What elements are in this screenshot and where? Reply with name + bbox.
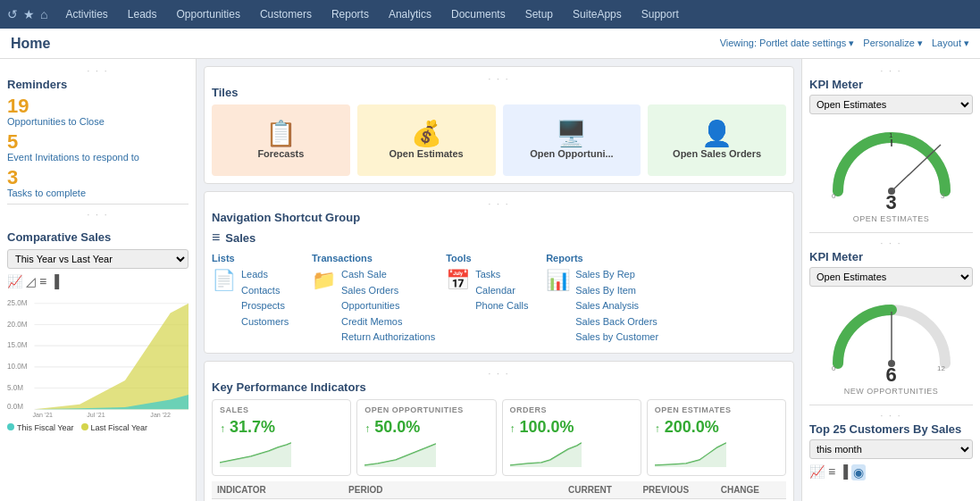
line-chart-icon[interactable]: 📈 xyxy=(7,274,22,288)
kpi-meter-2-gauge: 0 12 6 NEW OPPORTUNITIES xyxy=(809,292,973,396)
link-leads[interactable]: Leads xyxy=(241,267,289,283)
nav-opportunities[interactable]: Opportunities xyxy=(168,4,249,24)
kpi-meter-2-select[interactable]: Open Estimates New Opportunities xyxy=(809,267,973,287)
tile-open-sales-orders[interactable]: 👤 Open Sales Orders xyxy=(648,104,786,176)
personalize-button[interactable]: Personalize ▾ xyxy=(863,38,923,49)
top25-select[interactable]: this month last month this quarter xyxy=(809,439,973,459)
link-calendar[interactable]: Calendar xyxy=(475,283,528,299)
kpi-card-open-opp: OPEN OPPORTUNITIES ↑ 50.0% xyxy=(356,399,496,476)
lists-icon: 📄 xyxy=(212,269,236,292)
link-sales-analysis[interactable]: Sales Analysis xyxy=(575,298,658,314)
kpi-open-est-value: ↑ 200.0% xyxy=(655,418,778,437)
svg-line-25 xyxy=(892,145,941,191)
kpi-orders-arrow: ↑ xyxy=(510,422,515,435)
nav-activities[interactable]: Activities xyxy=(56,4,116,24)
link-sales-orders[interactable]: Sales Orders xyxy=(341,283,435,299)
kpi-meter-1-select[interactable]: Open Estimates New Opportunities xyxy=(809,95,973,114)
kpi-meter-1-title: KPI Meter xyxy=(809,78,973,91)
bar-icon[interactable]: ≡ xyxy=(39,274,46,288)
reports-icon: 📊 xyxy=(546,269,570,292)
nav-analytics[interactable]: Analytics xyxy=(380,4,440,24)
link-prospects[interactable]: Prospects xyxy=(241,298,289,314)
favorites-icon[interactable]: ★ xyxy=(23,7,35,21)
legend-last-year: Last Fiscal Year xyxy=(81,422,148,432)
nav-shortcut-menu-icon: ≡ xyxy=(212,230,220,246)
layout-button[interactable]: Layout ▾ xyxy=(932,38,969,49)
top25-column-icon[interactable]: ▐ xyxy=(839,464,848,480)
kpi-sales-arrow: ↑ xyxy=(220,422,225,435)
top25-drag-handle[interactable]: · · · xyxy=(809,411,973,421)
tiles-grid: 📋 Forecasts 💰 Open Estimates 🖥️ Open Opp… xyxy=(212,104,786,176)
kpi-drag-handle[interactable]: · · · xyxy=(212,369,786,379)
legend-this-year: This Fiscal Year xyxy=(7,422,74,432)
tiles-drag-handle[interactable]: · · · xyxy=(212,74,786,84)
tiles-title: Tiles xyxy=(212,86,786,99)
reports-col-title: Reports xyxy=(546,253,658,263)
home-icon[interactable]: ⌂ xyxy=(40,7,47,21)
link-contacts[interactable]: Contacts xyxy=(241,283,289,299)
nav-shortcut-header: ≡ Sales xyxy=(212,230,786,246)
link-cash-sale[interactable]: Cash Sale xyxy=(341,267,435,283)
nav-col-lists: Lists 📄 Leads Contacts Prospects Custome… xyxy=(212,253,301,346)
tile-open-opportunities[interactable]: 🖥️ Open Opportuni... xyxy=(503,104,641,176)
svg-text:Jul '21: Jul '21 xyxy=(87,411,105,419)
reminder-tasks-label[interactable]: Tasks to complete xyxy=(7,188,188,198)
reminder-events: 5 Event Invitations to respond to xyxy=(7,132,188,163)
tile-forecasts[interactable]: 📋 Forecasts xyxy=(212,104,350,176)
nav-documents[interactable]: Documents xyxy=(442,4,515,24)
comparative-sales-dropdown[interactable]: This Year vs Last Year This Quarter vs L… xyxy=(7,249,188,269)
kpi-table-header-current: CURRENT xyxy=(563,481,637,499)
kpi-orders-value: ↑ 100.0% xyxy=(510,418,633,437)
comparative-sales-section: Comparative Sales This Year vs Last Year… xyxy=(7,230,188,432)
reminders-drag-handle[interactable]: · · · xyxy=(7,66,188,76)
kpi-meter-2-sublabel: NEW OPPORTUNITIES xyxy=(844,387,938,396)
link-tasks[interactable]: Tasks xyxy=(475,267,528,283)
open-sales-orders-label: Open Sales Orders xyxy=(673,148,761,159)
link-sales-by-item[interactable]: Sales By Item xyxy=(575,283,658,299)
nav-support[interactable]: Support xyxy=(632,4,688,24)
kpi-table-header-previous: PREVIOUS xyxy=(637,481,715,499)
link-opportunities[interactable]: Opportunities xyxy=(341,298,435,314)
nav-shortcut-title: Navigation Shortcut Group xyxy=(212,211,786,224)
svg-text:3: 3 xyxy=(941,192,945,200)
nav-shortcut-grid: Lists 📄 Leads Contacts Prospects Custome… xyxy=(212,253,786,346)
svg-text:10.0M: 10.0M xyxy=(7,362,28,371)
link-sales-by-rep[interactable]: Sales By Rep xyxy=(575,267,658,283)
kpi-meter-2-title: KPI Meter xyxy=(809,250,973,263)
top25-bar-icon[interactable]: ≡ xyxy=(828,464,835,480)
recent-icon[interactable]: ↺ xyxy=(7,7,18,21)
reminder-opportunities-number: 19 xyxy=(7,96,188,116)
link-sales-by-customer[interactable]: Sales by Customer xyxy=(575,330,658,346)
link-customers[interactable]: Customers xyxy=(241,314,289,330)
column-chart-icon[interactable]: ▐ xyxy=(50,274,59,288)
kpi-meter-1-value: 3 xyxy=(885,191,896,214)
nav-suiteapps[interactable]: SuiteApps xyxy=(564,4,631,24)
top25-line-icon[interactable]: 📈 xyxy=(809,464,825,480)
comp-sales-drag-handle[interactable]: · · · xyxy=(7,210,188,220)
transactions-col-title: Transactions xyxy=(312,253,435,263)
header-actions: Viewing: Portlet date settings ▾ Persona… xyxy=(720,38,969,49)
nav-reports[interactable]: Reports xyxy=(322,4,378,24)
kpi-sales-label: SALES xyxy=(220,405,343,414)
kpi-meter-2-drag-handle[interactable]: · · · xyxy=(809,238,973,248)
reminder-opportunities-label[interactable]: Opportunities to Close xyxy=(7,116,188,127)
reminder-events-label[interactable]: Event Invitations to respond to xyxy=(7,152,188,163)
link-sales-back-orders[interactable]: Sales Back Orders xyxy=(575,314,658,330)
nav-customers[interactable]: Customers xyxy=(251,4,321,24)
viewing-portlet-button[interactable]: Viewing: Portlet date settings ▾ xyxy=(720,38,855,49)
link-return-authorizations[interactable]: Return Authorizations xyxy=(341,330,435,346)
link-credit-memos[interactable]: Credit Memos xyxy=(341,314,435,330)
nav-setup[interactable]: Setup xyxy=(516,4,562,24)
nav-leads[interactable]: Leads xyxy=(119,4,166,24)
nav-shortcut-drag-handle[interactable]: · · · xyxy=(212,199,786,209)
top25-title: Top 25 Customers By Sales xyxy=(809,422,973,436)
chart-type-icons: 📈 ◿ ≡ ▐ xyxy=(7,274,188,288)
tile-open-estimates[interactable]: 💰 Open Estimates xyxy=(357,104,496,176)
kpi-card-sales: SALES ↑ 31.7% xyxy=(212,399,351,476)
top25-pie-icon[interactable]: ◉ xyxy=(851,464,866,480)
area-chart-icon[interactable]: ◿ xyxy=(26,274,36,288)
left-panel: · · · Reminders 19 Opportunities to Clos… xyxy=(0,59,197,501)
kpi-meter-1-drag-handle[interactable]: · · · xyxy=(809,66,973,76)
link-phone-calls[interactable]: Phone Calls xyxy=(475,298,528,314)
svg-marker-12 xyxy=(34,304,188,409)
